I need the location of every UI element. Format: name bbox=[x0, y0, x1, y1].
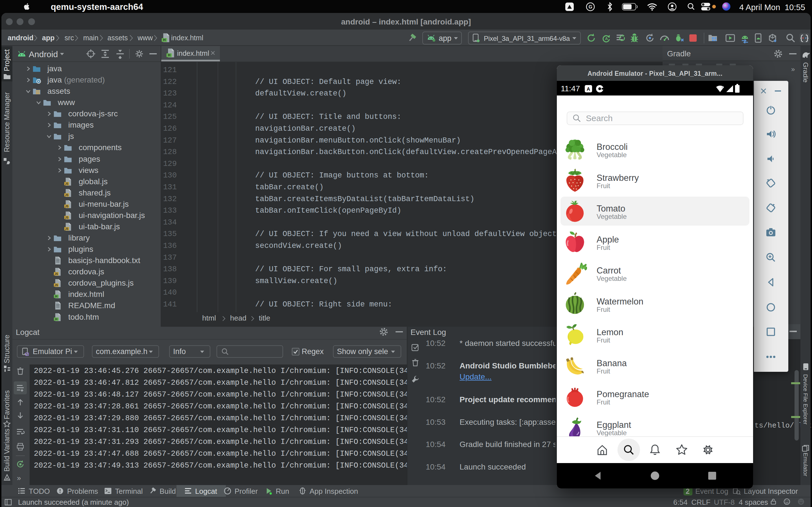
svg-text:G: G bbox=[589, 4, 592, 10]
svg-text:JS: JS bbox=[65, 193, 68, 196]
svg-text:JS: JS bbox=[65, 182, 68, 185]
svg-text:A: A bbox=[587, 87, 590, 92]
svg-text:JS: JS bbox=[54, 272, 58, 276]
svg-text:JS: JS bbox=[65, 227, 68, 230]
svg-text:H: H bbox=[168, 53, 170, 57]
svg-text:H: H bbox=[55, 295, 57, 298]
svg-text:H: H bbox=[55, 317, 57, 321]
svg-text:JS: JS bbox=[54, 284, 58, 287]
svg-text:H: H bbox=[163, 38, 165, 42]
svg-text:!: ! bbox=[722, 86, 723, 89]
svg-text:JS: JS bbox=[65, 216, 68, 219]
svg-text:JS: JS bbox=[65, 205, 68, 208]
svg-text:A: A bbox=[605, 36, 608, 41]
